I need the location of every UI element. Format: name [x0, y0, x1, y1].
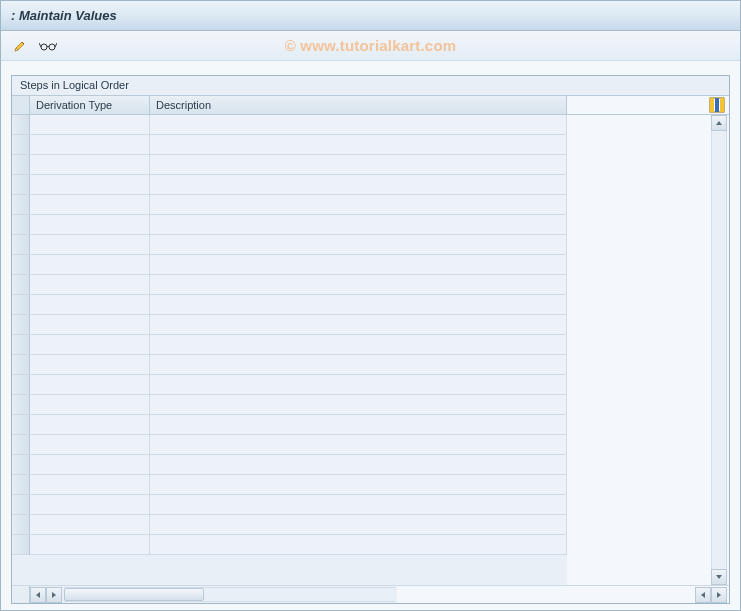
cell-description[interactable]	[150, 315, 567, 335]
row-selector[interactable]	[12, 355, 30, 375]
row-selector[interactable]	[12, 135, 30, 155]
cell-description[interactable]	[150, 375, 567, 395]
cell-description[interactable]	[150, 455, 567, 475]
cell-description[interactable]	[150, 135, 567, 155]
steps-panel: Steps in Logical Order Derivation Type D…	[11, 75, 730, 604]
cell-description[interactable]	[150, 195, 567, 215]
row-selector[interactable]	[12, 295, 30, 315]
cell-description[interactable]	[150, 295, 567, 315]
cell-derivation[interactable]	[30, 215, 150, 235]
horizontal-scroll-row	[12, 585, 729, 603]
row-selector[interactable]	[12, 155, 30, 175]
cell-derivation[interactable]	[30, 315, 150, 335]
table-row	[12, 435, 567, 455]
cell-description[interactable]	[150, 155, 567, 175]
horizontal-scroll-track[interactable]	[64, 587, 395, 602]
vertical-scroll-area	[567, 115, 729, 585]
cell-description[interactable]	[150, 415, 567, 435]
row-selector[interactable]	[12, 415, 30, 435]
table-row	[12, 415, 567, 435]
row-selector[interactable]	[12, 515, 30, 535]
cell-derivation[interactable]	[30, 535, 150, 555]
caret-down-icon	[715, 573, 723, 581]
cell-description[interactable]	[150, 255, 567, 275]
row-selector[interactable]	[12, 235, 30, 255]
column-header-derivation[interactable]: Derivation Type	[30, 96, 150, 114]
table-row	[12, 135, 567, 155]
cell-description[interactable]	[150, 515, 567, 535]
title-bar: : Maintain Values	[1, 1, 740, 31]
row-selector[interactable]	[12, 275, 30, 295]
row-selector[interactable]	[12, 455, 30, 475]
cell-description[interactable]	[150, 215, 567, 235]
scroll-down-button[interactable]	[711, 569, 727, 585]
cell-derivation[interactable]	[30, 335, 150, 355]
table-row	[12, 215, 567, 235]
display-button[interactable]	[37, 35, 59, 57]
cell-derivation[interactable]	[30, 395, 150, 415]
horizontal-scroll-thumb[interactable]	[64, 588, 204, 601]
row-selector[interactable]	[12, 375, 30, 395]
window-title: : Maintain Values	[11, 8, 117, 23]
table-settings-button[interactable]	[709, 97, 725, 113]
caret-up-icon	[715, 119, 723, 127]
vertical-scroll-track[interactable]	[711, 131, 727, 569]
row-selector[interactable]	[12, 215, 30, 235]
panel-title: Steps in Logical Order	[12, 76, 729, 95]
cell-derivation[interactable]	[30, 135, 150, 155]
row-selector[interactable]	[12, 335, 30, 355]
row-selector[interactable]	[12, 535, 30, 555]
cell-description[interactable]	[150, 175, 567, 195]
row-selector[interactable]	[12, 175, 30, 195]
cell-derivation[interactable]	[30, 235, 150, 255]
cell-description[interactable]	[150, 475, 567, 495]
toolbar: © www.tutorialkart.com	[1, 31, 740, 61]
cell-description[interactable]	[150, 235, 567, 255]
cell-derivation[interactable]	[30, 455, 150, 475]
cell-derivation[interactable]	[30, 435, 150, 455]
table-row	[12, 495, 567, 515]
row-selector[interactable]	[12, 255, 30, 275]
row-selector[interactable]	[12, 395, 30, 415]
cell-derivation[interactable]	[30, 475, 150, 495]
cell-description[interactable]	[150, 435, 567, 455]
pencil-icon	[13, 39, 27, 53]
row-selector[interactable]	[12, 315, 30, 335]
table-row	[12, 315, 567, 335]
cell-derivation[interactable]	[30, 155, 150, 175]
cell-description[interactable]	[150, 535, 567, 555]
grid-header: Derivation Type Description	[12, 95, 729, 115]
cell-description[interactable]	[150, 495, 567, 515]
row-selector[interactable]	[12, 475, 30, 495]
cell-description[interactable]	[150, 395, 567, 415]
row-selector[interactable]	[12, 195, 30, 215]
scroll-left-button-2[interactable]	[695, 587, 711, 603]
cell-derivation[interactable]	[30, 515, 150, 535]
cell-derivation[interactable]	[30, 415, 150, 435]
column-header-description[interactable]: Description	[150, 96, 567, 114]
cell-description[interactable]	[150, 355, 567, 375]
cell-derivation[interactable]	[30, 355, 150, 375]
scroll-right-button-2[interactable]	[711, 587, 727, 603]
cell-derivation[interactable]	[30, 275, 150, 295]
cell-derivation[interactable]	[30, 175, 150, 195]
table-row	[12, 115, 567, 135]
cell-description[interactable]	[150, 115, 567, 135]
row-selector[interactable]	[12, 115, 30, 135]
cell-derivation[interactable]	[30, 255, 150, 275]
cell-derivation[interactable]	[30, 195, 150, 215]
cell-derivation[interactable]	[30, 115, 150, 135]
scroll-right-button[interactable]	[46, 587, 62, 603]
cell-derivation[interactable]	[30, 295, 150, 315]
cell-derivation[interactable]	[30, 495, 150, 515]
vertical-scrollbar[interactable]	[711, 115, 727, 585]
scroll-up-button[interactable]	[711, 115, 727, 131]
cell-description[interactable]	[150, 275, 567, 295]
scroll-left-button[interactable]	[30, 587, 46, 603]
row-selector-header[interactable]	[12, 96, 30, 114]
row-selector[interactable]	[12, 435, 30, 455]
edit-button[interactable]	[9, 35, 31, 57]
cell-description[interactable]	[150, 335, 567, 355]
cell-derivation[interactable]	[30, 375, 150, 395]
row-selector[interactable]	[12, 495, 30, 515]
